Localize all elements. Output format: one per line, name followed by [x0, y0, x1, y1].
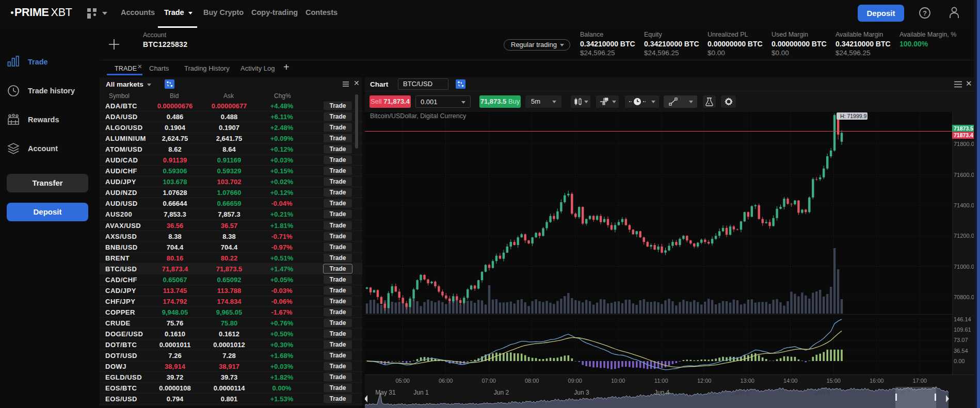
svg-text:71000.0: 71000.0 [954, 264, 974, 270]
svg-text:73.07: 73.07 [954, 337, 968, 343]
svg-text:May 31: May 31 [375, 389, 396, 396]
svg-text:Bitcoin/USDollar, Digital Curr: Bitcoin/USDollar, Digital Currency [370, 112, 467, 120]
svg-text:16:00: 16:00 [870, 378, 884, 384]
svg-text:71800.0: 71800.0 [954, 141, 974, 147]
svg-text:15:00: 15:00 [826, 378, 841, 384]
svg-text:11:00: 11:00 [654, 378, 668, 384]
svg-text:10:00: 10:00 [611, 378, 625, 384]
svg-text:Jun 3: Jun 3 [574, 389, 589, 396]
svg-text:0.00: 0.00 [954, 358, 965, 364]
svg-text:36.54: 36.54 [954, 348, 968, 354]
svg-text:71600.0: 71600.0 [954, 172, 974, 178]
svg-text:71200.0: 71200.0 [954, 233, 974, 239]
svg-text:08:00: 08:00 [525, 378, 539, 384]
svg-text:Jun 4: Jun 4 [654, 389, 670, 396]
svg-text:Jun 2: Jun 2 [494, 389, 509, 396]
svg-text:17:00: 17:00 [912, 378, 927, 384]
svg-text:06:00: 06:00 [439, 378, 453, 384]
svg-text:12:00: 12:00 [697, 378, 712, 384]
svg-text:H: 71999.9: H: 71999.9 [840, 113, 867, 119]
svg-text:70800.0: 70800.0 [954, 294, 974, 300]
svg-text:05:00: 05:00 [395, 378, 410, 384]
svg-text:146.14: 146.14 [954, 316, 971, 322]
svg-text:13:00: 13:00 [740, 378, 754, 384]
svg-text:Jun 1: Jun 1 [413, 389, 429, 396]
svg-text:09:00: 09:00 [568, 378, 582, 384]
svg-text:109.61: 109.61 [954, 327, 971, 333]
svg-text:71400.0: 71400.0 [954, 202, 974, 208]
svg-text:Jun 6: Jun 6 [815, 389, 830, 396]
svg-text:71873.5: 71873.5 [954, 125, 973, 132]
svg-text:07:00: 07:00 [481, 378, 496, 384]
svg-text:?: ? [923, 9, 927, 17]
svg-text:71873.4: 71873.4 [954, 132, 973, 138]
svg-text:14:00: 14:00 [783, 378, 798, 384]
